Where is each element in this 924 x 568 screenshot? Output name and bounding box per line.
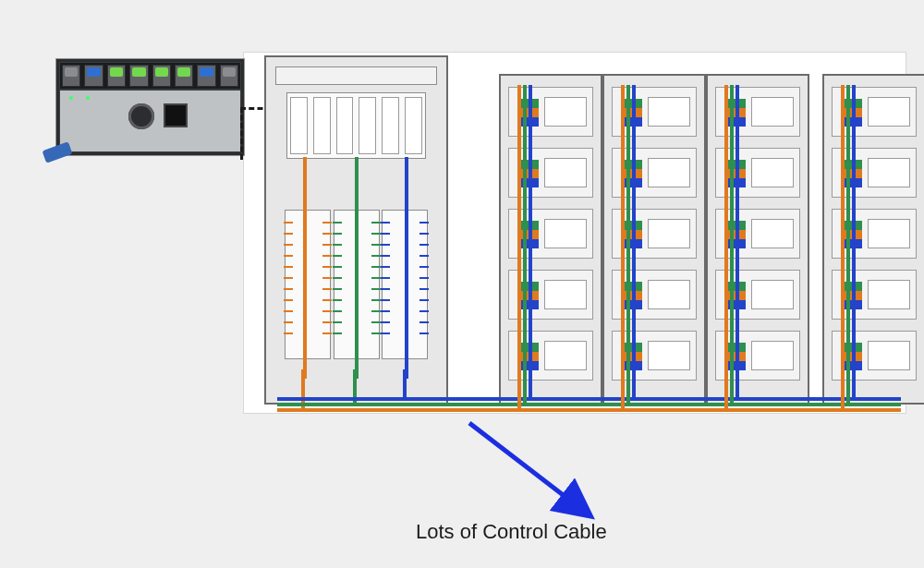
arrow-icon [460, 414, 608, 534]
diagram-stage: Lots of Control Cable [0, 0, 924, 568]
plc-rack-icon [55, 58, 245, 156]
caption-text: Lots of Control Cable [416, 520, 607, 544]
svg-line-0 [469, 423, 590, 515]
mcc-column-1 [499, 74, 602, 405]
mcc-column-4 [822, 74, 924, 405]
io-marshalling-cabinet [264, 55, 448, 405]
mcc-column-2 [602, 74, 706, 405]
plc-slot-row [60, 63, 240, 89]
io-card-bay [286, 92, 426, 159]
mcc-column-3 [706, 74, 809, 405]
terminal-bay-orange [285, 210, 331, 359]
